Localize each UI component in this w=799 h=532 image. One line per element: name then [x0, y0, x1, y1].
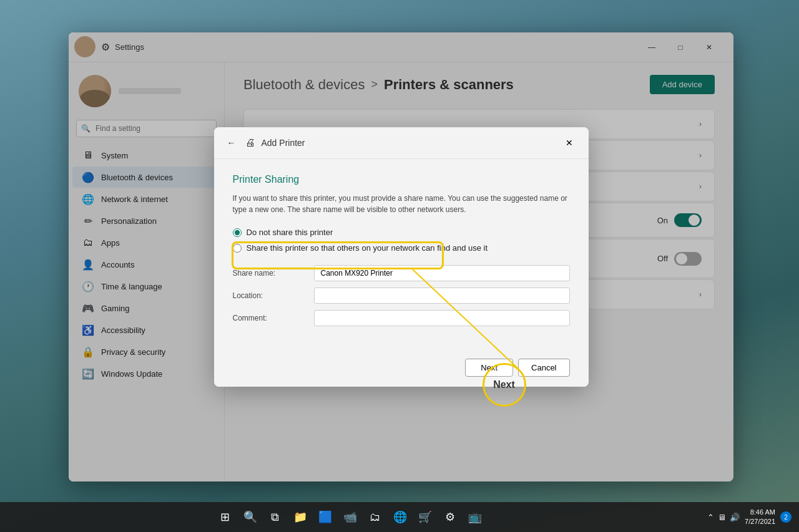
cancel-button[interactable]: Cancel — [518, 359, 569, 377]
search-button[interactable]: 🔍 — [239, 506, 262, 528]
meet-button[interactable]: 📹 — [339, 506, 361, 528]
modal-body: Printer Sharing If you want to share thi… — [214, 159, 589, 351]
tray-expand-icon[interactable]: ⌃ — [707, 513, 714, 522]
no-share-label: Do not share this printer — [247, 228, 333, 237]
files-button[interactable]: 🗂 — [364, 506, 386, 528]
modal-titlebar: ← 🖨 Add Printer ✕ — [214, 127, 589, 159]
clock[interactable]: 8:46 AM 7/27/2021 — [745, 508, 775, 527]
modal-overlay: ← 🖨 Add Printer ✕ Printer Sharing If you… — [69, 32, 733, 481]
taskbar-icons: ⊞ 🔍 ⧉ 📁 🟦 📹 🗂 🌐 🛒 ⚙ 📺 — [0, 506, 700, 528]
system-tray: ⌃ 🖥 🔊 — [707, 513, 740, 522]
next-button[interactable]: Next — [465, 359, 513, 377]
comment-input[interactable] — [314, 310, 570, 326]
printer-icon: 🖨 — [245, 137, 255, 148]
share-name-input[interactable] — [314, 265, 570, 281]
settings-taskbar-button[interactable]: ⚙ — [439, 506, 461, 528]
add-printer-modal: ← 🖨 Add Printer ✕ Printer Sharing If you… — [214, 127, 589, 387]
volume-icon[interactable]: 🔊 — [730, 513, 740, 522]
teams-button[interactable]: 🟦 — [314, 506, 336, 528]
network-icon[interactable]: 🖥 — [718, 513, 726, 522]
clock-date: 7/27/2021 — [745, 517, 775, 526]
modal-section-title: Printer Sharing — [233, 174, 570, 185]
comment-label: Comment: — [233, 310, 308, 326]
share-label: Share this printer so that others on you… — [247, 243, 488, 253]
modal-footer: Next Cancel — [214, 351, 589, 387]
media-button[interactable]: 📺 — [464, 506, 486, 528]
edge-button[interactable]: 🌐 — [389, 506, 411, 528]
modal-back-button[interactable]: ← — [224, 135, 239, 150]
modal-close-button[interactable]: ✕ — [560, 133, 579, 152]
start-button[interactable]: ⊞ — [214, 506, 237, 528]
share-radio[interactable] — [233, 244, 242, 253]
share-radio-label[interactable]: Share this printer so that others on you… — [233, 243, 570, 253]
clock-time: 8:46 AM — [750, 508, 775, 517]
taskview-button[interactable]: ⧉ — [264, 506, 287, 528]
no-share-radio[interactable] — [233, 228, 242, 237]
modal-title: Add Printer — [262, 138, 305, 148]
share-name-label: Share name: — [233, 265, 308, 281]
location-label: Location: — [233, 288, 308, 304]
taskbar: ⊞ 🔍 ⧉ 📁 🟦 📹 🗂 🌐 🛒 ⚙ 📺 ⌃ 🖥 🔊 8:46 AM 7/27… — [0, 502, 799, 532]
settings-window: ← ⚙ Settings — □ ✕ 🔍 — [69, 32, 733, 481]
notification-badge[interactable]: 2 — [780, 511, 792, 523]
store-button[interactable]: 🛒 — [414, 506, 436, 528]
taskbar-right: ⌃ 🖥 🔊 8:46 AM 7/27/2021 2 — [700, 508, 799, 527]
explorer-button[interactable]: 📁 — [289, 506, 311, 528]
modal-description: If you want to share this printer, you m… — [233, 193, 570, 215]
no-share-radio-label[interactable]: Do not share this printer — [233, 228, 570, 237]
radio-group: Do not share this printer Share this pri… — [233, 228, 570, 253]
sharing-form: Share name: Location: Comment: — [233, 265, 570, 326]
location-input[interactable] — [314, 288, 570, 304]
